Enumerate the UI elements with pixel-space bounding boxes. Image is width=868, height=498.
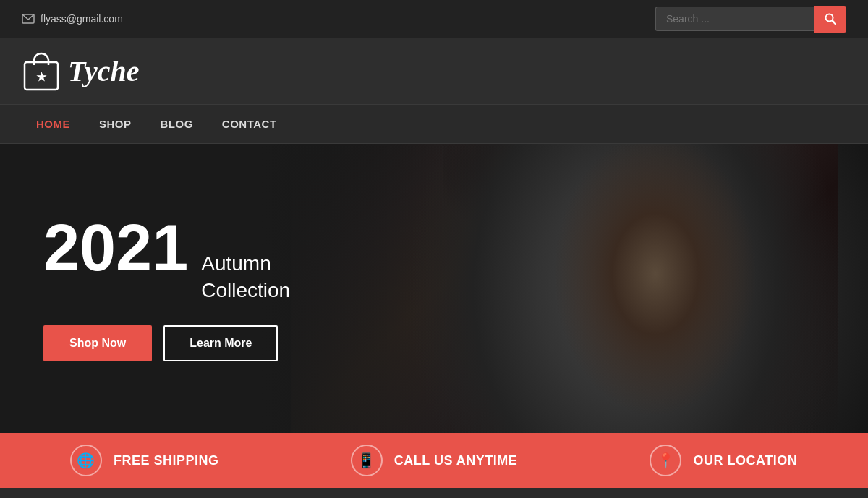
info-item-shipping: 🌐 FREE SHIPPING [0,433,289,488]
phone-icon: 📱 [351,445,383,476]
learn-more-button[interactable]: Learn More [163,325,278,361]
email-icon [22,14,35,24]
hero-title: 2021 Autumn Collection [43,215,290,304]
logo-bag-icon: ★ [22,49,61,93]
info-label-location: OUR LOCATION [693,453,797,468]
nav-link-home[interactable]: HOME [22,105,85,143]
hero-content: 2021 Autumn Collection Shop Now Learn Mo… [0,215,290,361]
shop-now-button[interactable]: Shop Now [43,325,152,361]
info-label-call: CALL US ANYTIME [394,453,518,468]
info-label-shipping: FREE SHIPPING [114,453,219,468]
hero-year: 2021 [43,215,188,280]
site-header: ★ Tyche [0,38,868,104]
shipping-icon: 🌐 [70,445,102,476]
nav-item-blog[interactable]: BLOG [146,105,208,143]
nav-link-contact[interactable]: CONTACT [208,105,292,143]
svg-line-2 [833,21,836,25]
hero-subtitle: Autumn Collection [201,251,290,304]
hero-subtitle-line1: Autumn [201,251,290,277]
search-form [655,6,846,33]
nav-item-contact[interactable]: CONTACT [208,105,292,143]
nav-link-blog[interactable]: BLOG [146,105,208,143]
svg-text:★: ★ [36,71,47,83]
search-icon [825,13,836,25]
hero-section: 2021 Autumn Collection Shop Now Learn Mo… [0,144,868,433]
search-button[interactable] [814,6,846,33]
logo[interactable]: ★ Tyche [22,49,139,93]
search-input[interactable] [655,7,814,31]
topbar-email-section: flyass@gmail.com [22,13,123,25]
main-nav: HOME SHOP BLOG CONTACT [0,104,868,144]
logo-text: Tyche [68,54,139,88]
email-address: flyass@gmail.com [41,13,123,25]
info-bar: 🌐 FREE SHIPPING 📱 CALL US ANYTIME 📍 OUR … [0,433,868,488]
nav-link-shop[interactable]: SHOP [85,105,146,143]
nav-item-home[interactable]: HOME [22,105,85,143]
nav-item-shop[interactable]: SHOP [85,105,146,143]
nav-list: HOME SHOP BLOG CONTACT [22,105,846,143]
location-icon: 📍 [650,445,681,476]
topbar: flyass@gmail.com [0,0,868,38]
hero-buttons: Shop Now Learn More [43,325,290,361]
hero-background [260,144,868,433]
hero-subtitle-line2: Collection [201,278,290,304]
info-item-call: 📱 CALL US ANYTIME [289,433,579,488]
info-item-location: 📍 OUR LOCATION [579,433,868,488]
